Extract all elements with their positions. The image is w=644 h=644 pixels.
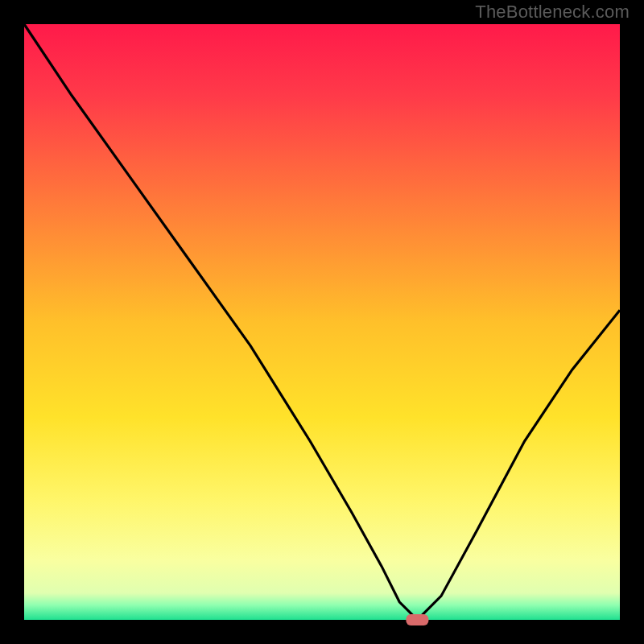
optimal-marker xyxy=(406,614,428,625)
chart-canvas xyxy=(0,0,644,644)
watermark-text: TheBottleneck.com xyxy=(475,2,630,23)
plot-background xyxy=(24,24,620,620)
chart-root: TheBottleneck.com xyxy=(0,0,644,644)
